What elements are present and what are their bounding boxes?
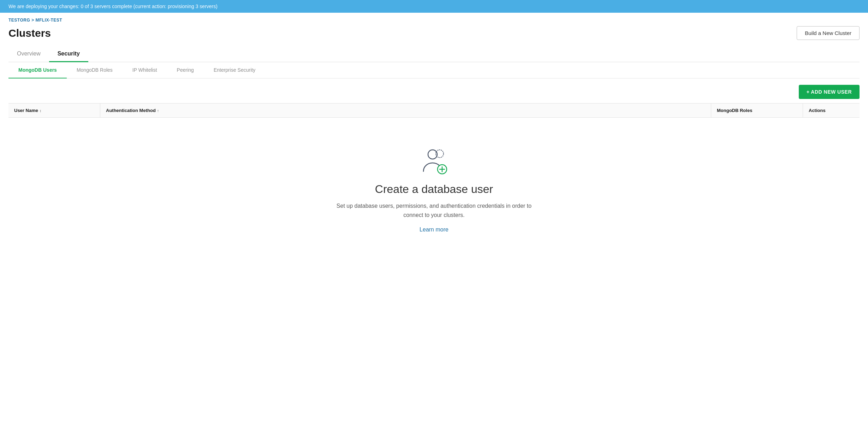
- learn-more-link[interactable]: Learn more: [420, 227, 448, 233]
- empty-state: Create a database user Set up database u…: [8, 118, 860, 247]
- username-sort-icon: ↕: [40, 108, 42, 113]
- sub-tabs: MongoDB Users MongoDB Roles IP Whitelist…: [8, 62, 860, 78]
- col-actions: Actions: [803, 104, 860, 117]
- page-title: Clusters: [8, 27, 51, 39]
- empty-state-title: Create a database user: [375, 183, 493, 196]
- col-mongodb-roles[interactable]: MongoDB Roles: [711, 104, 803, 117]
- subtab-mongodb-roles[interactable]: MongoDB Roles: [67, 62, 123, 78]
- action-bar: + ADD NEW USER: [8, 78, 860, 103]
- deploy-banner-text: We are deploying your changes: 0 of 3 se…: [8, 4, 218, 9]
- page-header: Clusters Build a New Cluster: [8, 24, 860, 46]
- subtab-enterprise-security[interactable]: Enterprise Security: [204, 62, 265, 78]
- breadcrumb: TESTORG > MFLIX-TEST: [8, 13, 860, 24]
- auth-sort-icon: ↑: [157, 108, 159, 113]
- main-content: TESTORG > MFLIX-TEST Clusters Build a Ne…: [0, 13, 868, 247]
- tab-security[interactable]: Security: [49, 46, 88, 62]
- empty-state-description: Set up database users, permissions, and …: [335, 201, 533, 219]
- add-user-icon: [420, 146, 448, 174]
- breadcrumb-separator: >: [30, 18, 35, 23]
- tab-overview[interactable]: Overview: [8, 46, 49, 62]
- col-username[interactable]: User Name↕: [8, 104, 100, 117]
- breadcrumb-org: TESTORG: [8, 18, 30, 23]
- col-auth-method[interactable]: Authentication Method↑: [100, 104, 711, 117]
- subtab-ip-whitelist[interactable]: IP Whitelist: [123, 62, 167, 78]
- deploy-banner: We are deploying your changes: 0 of 3 se…: [0, 0, 868, 13]
- table-header: User Name↕ Authentication Method↑ MongoD…: [8, 103, 860, 118]
- top-tabs: Overview Security: [8, 46, 860, 62]
- subtab-peering[interactable]: Peering: [167, 62, 204, 78]
- add-new-user-button[interactable]: + ADD NEW USER: [799, 85, 860, 99]
- breadcrumb-project: MFLIX-TEST: [35, 18, 62, 23]
- build-cluster-button[interactable]: Build a New Cluster: [797, 26, 860, 40]
- subtab-mongodb-users[interactable]: MongoDB Users: [8, 62, 67, 78]
